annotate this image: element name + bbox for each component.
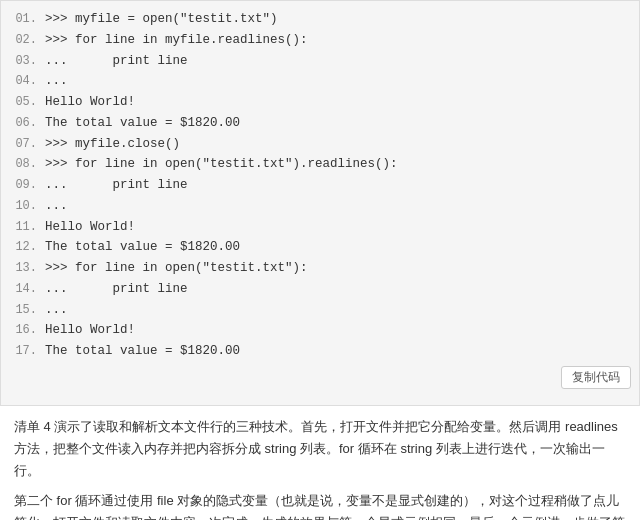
line-content: The total value = $1820.00 <box>45 238 240 257</box>
line-content: ... <box>45 301 68 320</box>
copy-code-button[interactable]: 复制代码 <box>561 366 631 389</box>
line-content: Hello World! <box>45 218 135 237</box>
line-number: 15. <box>9 301 37 319</box>
code-line: 07.>>> myfile.close() <box>1 134 639 155</box>
line-content: Hello World! <box>45 93 135 112</box>
code-line: 02.>>> for line in myfile.readlines(): <box>1 30 639 51</box>
line-number: 04. <box>9 72 37 90</box>
line-content: >>> for line in open("testit.txt"): <box>45 259 308 278</box>
code-line: 03.... print line <box>1 51 639 72</box>
line-number: 03. <box>9 52 37 70</box>
line-content: ... <box>45 197 68 216</box>
line-number: 05. <box>9 93 37 111</box>
line-number: 01. <box>9 10 37 28</box>
line-content: ... print line <box>45 176 188 195</box>
code-block: 01.>>> myfile = open("testit.txt")02.>>>… <box>0 0 640 406</box>
line-content: >>> myfile = open("testit.txt") <box>45 10 278 29</box>
line-number: 10. <box>9 197 37 215</box>
line-number: 16. <box>9 321 37 339</box>
line-content: >>> for line in myfile.readlines(): <box>45 31 308 50</box>
line-number: 17. <box>9 342 37 360</box>
code-line: 15.... <box>1 300 639 321</box>
code-line: 09.... print line <box>1 175 639 196</box>
code-line: 11.Hello World! <box>1 217 639 238</box>
line-number: 07. <box>9 135 37 153</box>
code-line: 13.>>> for line in open("testit.txt"): <box>1 258 639 279</box>
code-line: 17.The total value = $1820.00 <box>1 341 639 362</box>
line-number: 02. <box>9 31 37 49</box>
line-number: 14. <box>9 280 37 298</box>
code-line: 16.Hello World! <box>1 320 639 341</box>
line-content: ... print line <box>45 52 188 71</box>
code-line: 01.>>> myfile = open("testit.txt") <box>1 9 639 30</box>
line-content: >>> for line in open("testit.txt").readl… <box>45 155 398 174</box>
line-number: 12. <box>9 238 37 256</box>
code-line: 06.The total value = $1820.00 <box>1 113 639 134</box>
paragraph: 清单 4 演示了读取和解析文本文件行的三种技术。首先，打开文件并把它分配给变量。… <box>14 416 626 482</box>
line-content: ... print line <box>45 280 188 299</box>
line-number: 08. <box>9 155 37 173</box>
line-content: The total value = $1820.00 <box>45 342 240 361</box>
code-line: 10.... <box>1 196 639 217</box>
paragraph: 第二个 for 循环通过使用 file 对象的隐式变量（也就是说，变量不是显式创… <box>14 490 626 520</box>
line-number: 06. <box>9 114 37 132</box>
line-content: The total value = $1820.00 <box>45 114 240 133</box>
line-content: >>> myfile.close() <box>45 135 180 154</box>
line-number: 13. <box>9 259 37 277</box>
code-line: 14.... print line <box>1 279 639 300</box>
line-number: 11. <box>9 218 37 236</box>
code-line: 05.Hello World! <box>1 92 639 113</box>
code-line: 12.The total value = $1820.00 <box>1 237 639 258</box>
code-line: 08.>>> for line in open("testit.txt").re… <box>1 154 639 175</box>
line-number: 09. <box>9 176 37 194</box>
line-content: ... <box>45 72 68 91</box>
line-content: Hello World! <box>45 321 135 340</box>
text-section: 清单 4 演示了读取和解析文本文件行的三种技术。首先，打开文件并把它分配给变量。… <box>0 406 640 520</box>
code-line: 04.... <box>1 71 639 92</box>
